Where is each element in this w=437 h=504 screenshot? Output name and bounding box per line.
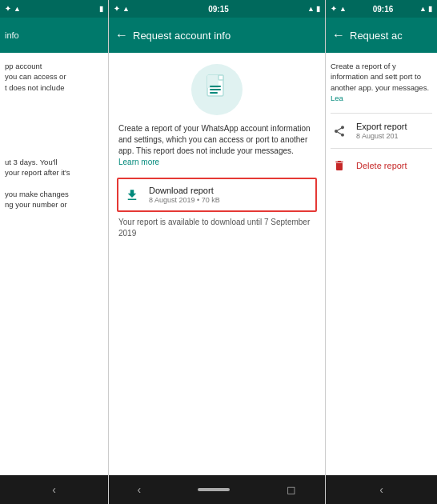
download-report-subtitle: 8 August 2019 • 70 kB <box>149 196 220 204</box>
nav-back-right[interactable]: ‹ <box>379 483 383 496</box>
panel-left: ✦ ▲ ▮ info pp account you can access or … <box>0 0 108 504</box>
nav-back-middle[interactable]: ‹ <box>138 483 142 496</box>
delete-report-item[interactable]: Delete report <box>331 148 432 182</box>
content-middle: Create a report of your WhatsApp account… <box>109 53 325 475</box>
app-bar-right: ← Request ac <box>326 18 437 53</box>
panel-middle: ✦ ▲ 09:15 ▲ ▮ ← Request account info <box>108 0 326 504</box>
status-bar-left-panel: ✦ ▲ ▮ <box>0 0 108 18</box>
back-button-middle[interactable]: ← <box>115 28 128 42</box>
description-right: Create a report of y information and set… <box>331 61 432 103</box>
download-icon <box>123 186 141 204</box>
bluetooth-icon-mid: ✦ <box>114 5 120 13</box>
partial-text-left: ut 3 days. You'll your report after it's… <box>5 157 103 210</box>
nav-home-pill[interactable] <box>198 488 230 491</box>
battery-icon: ▮ <box>99 5 103 13</box>
learn-more-right: Lea <box>331 94 343 102</box>
description-middle: Create a report of your WhatsApp account… <box>118 123 315 168</box>
export-report-item[interactable]: Export report 8 August 201 <box>331 113 432 148</box>
download-report-item[interactable]: Download report 8 August 2019 • 70 kB <box>117 178 317 212</box>
battery-icon-mid: ▮ <box>316 5 320 13</box>
panel-right: ✦ ▲ 09:16 ▲ ▮ ← Request ac Create a repo… <box>326 0 437 504</box>
doc-icon-circle <box>191 64 243 115</box>
share-icon <box>331 122 348 140</box>
nav-bar-left: ‹ <box>0 475 108 504</box>
availability-text: Your report is available to download unt… <box>118 217 315 239</box>
signal-icon-mid: ▲ <box>122 5 130 13</box>
signal-icon: ▲ <box>14 5 21 13</box>
document-icon <box>202 74 231 106</box>
signal-icon-right: ▲ <box>339 5 347 13</box>
app-bar-title-right: Request ac <box>350 30 431 42</box>
content-left: pp account you can access or t does not … <box>0 53 108 475</box>
status-bar-middle: ✦ ▲ 09:15 ▲ ▮ <box>109 0 325 18</box>
time-right: 09:16 <box>373 5 394 14</box>
wifi-icon-mid: ▲ <box>307 5 315 13</box>
bluetooth-icon-right: ✦ <box>331 5 337 13</box>
app-bar-middle: ← Request account info <box>109 18 325 53</box>
bluetooth-icon: ✦ <box>5 5 11 13</box>
export-report-title: Export report <box>356 122 407 131</box>
export-report-subtitle: 8 August 201 <box>356 132 407 140</box>
nav-bar-right: ‹ <box>326 475 437 504</box>
time-middle: 09:15 <box>208 5 229 14</box>
app-bar-left: info <box>0 18 108 53</box>
nav-back-left[interactable]: ‹ <box>52 483 56 496</box>
nav-recents-middle[interactable]: ◻ <box>287 483 296 496</box>
nav-bar-middle: ‹ ◻ <box>109 475 325 504</box>
svg-rect-2 <box>218 75 223 80</box>
wifi-icon-right: ▲ <box>419 5 427 13</box>
app-bar-title-middle: Request account info <box>133 30 319 42</box>
status-bar-right: ✦ ▲ 09:16 ▲ ▮ <box>326 0 437 18</box>
app-bar-title-left: info <box>5 30 103 40</box>
back-button-right[interactable]: ← <box>332 28 345 42</box>
delete-report-title: Delete report <box>356 161 407 170</box>
download-report-title: Download report <box>149 186 220 195</box>
delete-icon <box>331 157 348 174</box>
battery-icon-right: ▮ <box>428 5 432 13</box>
content-right: Create a report of y information and set… <box>326 53 437 475</box>
description-left: pp account you can access or t does not … <box>5 61 103 93</box>
learn-more-link-middle[interactable]: Learn more <box>118 158 159 166</box>
